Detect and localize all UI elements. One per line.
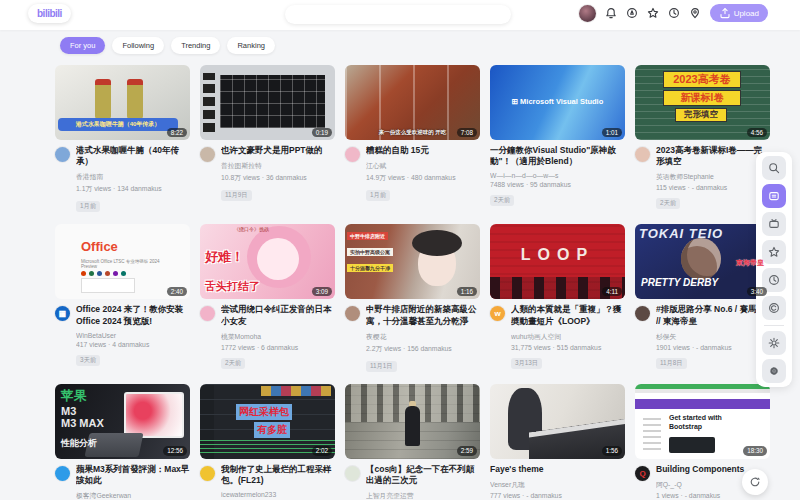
video-title[interactable]: 人類的本質就是「重複」？獲奬動畫短片《LOOP》 (511, 304, 625, 326)
video-card[interactable]: 港式水果咖喱牛腩（40年传承）8:22港式水果咖喱牛腩（40年传承）香港指南1.… (55, 65, 190, 212)
refresh-button[interactable] (742, 469, 768, 495)
channel-name[interactable]: 普拉图斯拉特 (221, 161, 335, 171)
video-title[interactable]: Faye's theme (490, 464, 625, 475)
search-bar[interactable] (285, 5, 511, 24)
thumbnail-overlay-text: M3 (61, 405, 76, 417)
upload-button[interactable]: Upload (710, 4, 768, 22)
video-title[interactable]: #排版思路分享 No.6 / 賽馬娘 // 東海帝皇 (656, 304, 770, 326)
feed-icon[interactable] (762, 184, 786, 208)
user-avatar[interactable] (579, 5, 596, 22)
video-title[interactable]: 我制作了史上最烂的工程采样包。(FL21) (221, 464, 335, 486)
video-card[interactable]: 1:56Faye's themeVenser凡璁777 views · - da… (490, 384, 625, 500)
video-card[interactable]: TOKAI TEIO東海帝皇PRETTY DERBY3:40#排版思路分享 No… (635, 224, 770, 371)
video-thumbnail[interactable]: TOKAI TEIO東海帝皇PRETTY DERBY3:40 (635, 224, 770, 299)
video-title[interactable]: 港式水果咖喱牛腩（40年传承） (76, 145, 190, 167)
channel-name[interactable]: 英语教师Stephanie (656, 172, 770, 182)
channel-avatar[interactable] (345, 306, 360, 321)
search-input[interactable] (292, 9, 504, 20)
video-thumbnail[interactable]: 港式水果咖喱牛腩（40年传承）8:22 (55, 65, 190, 140)
channel-avatar[interactable] (200, 466, 215, 481)
channel-avatar[interactable] (200, 147, 215, 162)
star-icon[interactable] (762, 240, 786, 264)
video-thumbnail[interactable]: 好难！舌头打结了《绕口令》挑战3:09 (200, 224, 335, 299)
channel-avatar[interactable] (635, 147, 650, 162)
video-thumbnail[interactable]: 1:56 (490, 384, 625, 459)
channel-name[interactable]: wuhu动画人空间 (511, 332, 625, 342)
duration-badge: 18:30 (743, 446, 767, 455)
tab-ranking[interactable]: Ranking (227, 37, 275, 54)
video-title[interactable]: 尝试用绕口令纠正发音的日本小女友 (221, 304, 335, 326)
channel-name[interactable]: 上智月亮歪运营 (366, 491, 480, 500)
date-badge: 1月前 (76, 201, 100, 212)
channel-icon[interactable] (762, 296, 786, 320)
channel-name[interactable]: 香港指南 (76, 172, 190, 182)
star-icon[interactable] (647, 7, 659, 19)
search-icon[interactable] (762, 156, 786, 180)
video-thumbnail[interactable]: 网红采样包有多脏2:02 (200, 384, 335, 459)
channel-avatar[interactable] (635, 306, 650, 321)
bilibili-logo[interactable]: bilibili (28, 4, 71, 23)
video-thumbnail[interactable]: LOOP4:11 (490, 224, 625, 299)
sun-icon[interactable] (762, 331, 786, 355)
video-thumbnail[interactable]: OfficeMicrosoft Office LTSC 专业增强版 2024 P… (55, 224, 190, 299)
duration-badge: 8:22 (167, 128, 187, 137)
video-card[interactable]: 苹果M3M3 MAX性能分析12:56蘋果M3系列首發評測：Max早該如此极客湾… (55, 384, 190, 500)
tab-for-you[interactable]: For you (60, 37, 105, 54)
channel-name[interactable]: 杉俣矢 (656, 332, 770, 342)
channel-name[interactable]: 桃菜Momoha (221, 332, 335, 342)
date-badge: 11月8日 (656, 358, 687, 369)
video-thumbnail[interactable]: ⊞ Microsoft Visual Studio1:01 (490, 65, 625, 140)
video-title[interactable]: 2023高考卷新课标I卷——完形填空 (656, 145, 770, 167)
video-thumbnail[interactable]: 来一份这么受欢迎味的 开吃7:08 (345, 65, 480, 140)
video-card[interactable]: 0:19也许文豪野犬是用PPT做的普拉图斯拉特10.8万 views · 36 … (200, 65, 335, 212)
history-icon[interactable] (668, 7, 680, 19)
video-title[interactable]: 一分鐘教你Visual Studio"原神啟動"！（適用於Blend） (490, 145, 625, 167)
thumbnail-overlay-text: Get started with (669, 414, 722, 421)
video-title[interactable]: 【cos向】紀念一下在不列顛出過的三次元 (366, 464, 480, 486)
bell-icon[interactable] (605, 7, 617, 19)
video-card[interactable]: 2023高考卷新课标I卷完形填空4:562023高考卷新课标I卷——完形填空英语… (635, 65, 770, 212)
channel-name[interactable]: icewatermelon233 (221, 491, 335, 498)
tab-trending[interactable]: Trending (171, 37, 220, 54)
moments-icon[interactable] (626, 7, 638, 19)
video-thumbnail[interactable]: 苹果M3M3 MAX性能分析12:56 (55, 384, 190, 459)
tab-following[interactable]: Following (112, 37, 164, 54)
video-title[interactable]: 糟糕的自助 15元 (366, 145, 480, 156)
video-title[interactable]: 中野牛排店附近的新築高級公寓，十分溫馨甚至九分乾淨 (366, 304, 480, 326)
video-title[interactable]: 蘋果M3系列首發評測：Max早該如此 (76, 464, 190, 486)
video-card[interactable]: ⊞ Microsoft Visual Studio1:01一分鐘教你Visual… (490, 65, 625, 212)
channel-avatar[interactable] (345, 466, 360, 481)
channel-name[interactable]: 极客湾Geekerwan (76, 491, 190, 500)
channel-name[interactable]: 江心赋 (366, 161, 480, 171)
channel-avatar[interactable]: ▦ (55, 306, 70, 321)
video-card[interactable]: 好难！舌头打结了《绕口令》挑战3:09尝试用绕口令纠正发音的日本小女友桃菜Mom… (200, 224, 335, 371)
channel-name[interactable]: W—i—n—d—o—w—s (490, 172, 625, 179)
video-title[interactable]: Office 2024 来了！教你安装 Office 2024 预览版! (76, 304, 190, 326)
location-icon[interactable] (689, 7, 701, 19)
channel-avatar[interactable] (345, 147, 360, 162)
video-thumbnail[interactable]: Get started withBootstrap18:30 (635, 384, 770, 459)
channel-name[interactable]: Venser凡璁 (490, 480, 625, 490)
video-thumbnail[interactable]: 2023高考卷新课标I卷完形填空4:56 (635, 65, 770, 140)
thumbnail-overlay-text: 東海帝皇 (736, 258, 764, 268)
video-card[interactable]: 2:59【cos向】紀念一下在不列顛出過的三次元上智月亮歪运营8.2万 view… (345, 384, 480, 500)
channel-avatar[interactable] (55, 147, 70, 162)
video-thumbnail[interactable]: 0:19 (200, 65, 335, 140)
channel-avatar[interactable] (55, 466, 70, 481)
video-thumbnail[interactable]: 2:59 (345, 384, 480, 459)
video-card[interactable]: OfficeMicrosoft Office LTSC 专业增强版 2024 P… (55, 224, 190, 371)
channel-avatar[interactable]: Q (635, 466, 650, 481)
video-stats: 417 views · 4 danmakus (76, 341, 190, 348)
video-card[interactable]: LOOP4:11w人類的本質就是「重複」？獲奬動畫短片《LOOP》wuhu动画人… (490, 224, 625, 371)
channel-name[interactable]: 夜樱花 (366, 332, 480, 342)
video-card[interactable]: 来一份这么受欢迎味的 开吃7:08糟糕的自助 15元江心赋14.9万 views… (345, 65, 480, 212)
settings-icon[interactable] (762, 359, 786, 383)
video-card[interactable]: 中野牛排店附近实拍中野高级公寓十分温馨九分干净1:16中野牛排店附近的新築高級公… (345, 224, 480, 371)
video-title[interactable]: 也许文豪野犬是用PPT做的 (221, 145, 335, 156)
channel-avatar[interactable] (200, 306, 215, 321)
video-thumbnail[interactable]: 中野牛排店附近实拍中野高级公寓十分温馨九分干净1:16 (345, 224, 480, 299)
video-card[interactable]: 网红采样包有多脏2:02我制作了史上最烂的工程采样包。(FL21)icewate… (200, 384, 335, 500)
thumbnail-overlay-text: LOOP (490, 246, 625, 264)
channel-avatar[interactable]: w (490, 306, 505, 321)
channel-name[interactable]: WinBetaUser (76, 332, 190, 339)
